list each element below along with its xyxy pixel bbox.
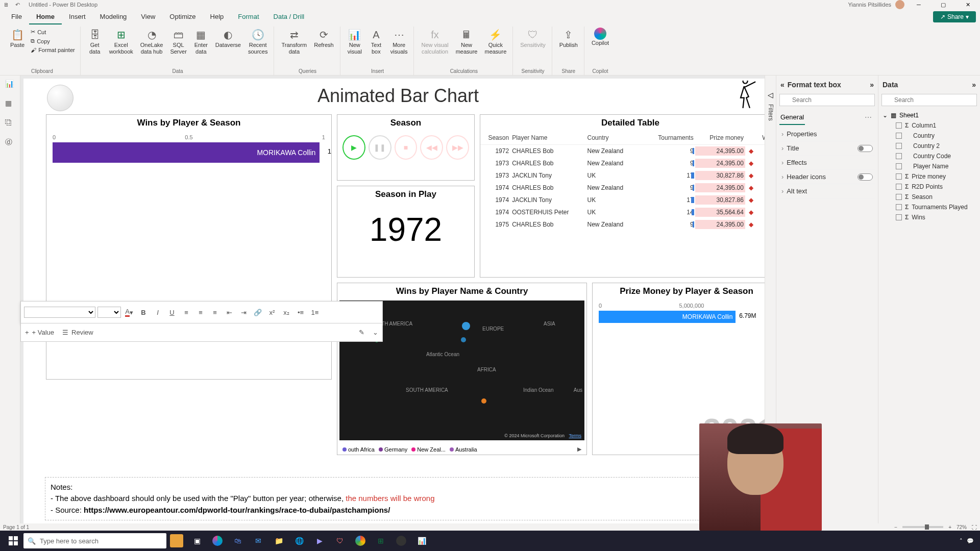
excel-button[interactable]: ⊞Excel workbook — [106, 27, 136, 56]
get-data-button[interactable]: 🗄Get data — [85, 27, 105, 56]
field-item[interactable]: ΣSeason — [881, 192, 977, 202]
review-button[interactable]: ☰Review — [62, 329, 93, 336]
taskbar-app[interactable]: 🛡 — [330, 531, 350, 551]
format-painter-button[interactable]: 🖌Format painter — [29, 46, 77, 54]
tray-chevron-icon[interactable]: ˄ — [960, 538, 963, 544]
superscript-button[interactable]: x² — [266, 306, 278, 318]
data-search-input[interactable] — [881, 94, 977, 106]
format-card[interactable]: ›Header icons — [779, 170, 875, 184]
more-visuals-button[interactable]: ⋯More visuals — [387, 27, 411, 56]
indent-decrease-button[interactable]: ⇤ — [223, 306, 235, 318]
share-button[interactable]: ↗ Share ▾ — [933, 11, 976, 22]
checkbox[interactable] — [896, 194, 902, 200]
stop-button[interactable]: ■ — [395, 135, 418, 160]
next-button[interactable]: ▶▶ — [446, 135, 469, 160]
maximize-icon[interactable]: ▢ — [933, 1, 953, 9]
refresh-button[interactable]: ⟳Refresh — [311, 27, 337, 49]
taskbar-app[interactable] — [350, 531, 371, 551]
font-color-button[interactable]: A▾ — [123, 306, 135, 318]
format-card[interactable]: ›Properties — [779, 127, 875, 141]
play-button[interactable]: ▶ — [342, 135, 365, 160]
font-size-select[interactable] — [97, 307, 121, 318]
taskbar-app[interactable]: ⊞ — [371, 531, 391, 551]
start-button[interactable] — [3, 531, 23, 551]
onelake-button[interactable]: ◔OneLake data hub — [137, 27, 166, 56]
taskbar-app[interactable]: ✉ — [248, 531, 268, 551]
paste-button[interactable]: 📋Paste — [7, 27, 28, 49]
table-row[interactable]: 1973CHARLES BobNew Zealand924,395.00◆1 — [480, 157, 776, 169]
user-name[interactable]: Yiannis Pitsillides — [848, 2, 891, 8]
legend-scroll-icon[interactable]: ▶ — [577, 446, 581, 453]
zoom-out-icon[interactable]: − — [894, 524, 897, 530]
field-item[interactable]: ΣColumn1 — [881, 120, 977, 131]
taskbar-search[interactable]: 🔍 Type here to search — [23, 533, 166, 548]
viz-season-card[interactable]: Season in Play 1972 — [337, 186, 475, 278]
taskbar-app[interactable]: ▣ — [187, 531, 207, 551]
new-visual-button[interactable]: 📊New visual — [345, 27, 365, 56]
bullet-list-button[interactable]: •≡ — [295, 306, 307, 318]
chevron-down-icon[interactable]: ⌄ — [373, 329, 378, 336]
zoom-slider[interactable] — [902, 526, 943, 528]
align-right-button[interactable]: ≡ — [209, 306, 221, 318]
tab-file[interactable]: File — [4, 10, 29, 24]
text-format-toolbar[interactable]: A▾ B I U ≡ ≡ ≡ ⇤ ⇥ 🔗 x² x₂ •≡ 1≡ — [20, 301, 383, 323]
checkbox[interactable] — [896, 184, 902, 190]
report-view-icon[interactable]: 📊 — [5, 80, 15, 90]
zoom-in-icon[interactable]: + — [948, 524, 951, 530]
general-tab[interactable]: General — [779, 110, 805, 125]
link-button[interactable]: 🔗 — [252, 306, 264, 318]
more-icon[interactable]: ⋯ — [862, 110, 875, 124]
table-row[interactable]: 1974CHARLES BobNew Zealand924,395.00◆1 — [480, 182, 776, 194]
taskbar-app[interactable] — [207, 531, 228, 551]
pause-button[interactable]: ❚❚ — [369, 135, 391, 160]
bold-button[interactable]: B — [137, 306, 150, 318]
checkbox[interactable] — [896, 214, 902, 220]
checkbox[interactable] — [896, 204, 902, 210]
wand-icon[interactable]: ✎ — [359, 329, 364, 336]
underline-button[interactable]: U — [166, 306, 178, 318]
field-item[interactable]: Country 2 — [881, 141, 977, 151]
table-row[interactable]: 1972CHARLES BobNew Zealand924,395.00◆1 — [480, 145, 776, 157]
tab-view[interactable]: View — [134, 10, 162, 24]
format-search-input[interactable] — [779, 94, 875, 106]
taskbar-app[interactable] — [166, 531, 187, 551]
taskbar-app[interactable]: 🛍 — [228, 531, 248, 551]
publish-button[interactable]: ⇪Publish — [556, 27, 581, 49]
viz-table[interactable]: Detailed Table Season Player Name Countr… — [480, 114, 776, 278]
toggle[interactable] — [857, 145, 873, 152]
tab-format[interactable]: Format — [231, 10, 266, 24]
new-measure-button[interactable]: 🖩New measure — [453, 27, 481, 56]
table-row[interactable]: 1975CHARLES BobNew Zealand924,395.00◆1 — [480, 218, 776, 231]
checkbox[interactable] — [896, 163, 902, 169]
avatar[interactable] — [895, 0, 904, 9]
subscript-button[interactable]: x₂ — [280, 306, 292, 318]
field-item[interactable]: ΣR2D Points — [881, 182, 977, 192]
field-item[interactable]: ΣTournaments Played — [881, 202, 977, 212]
close-icon[interactable]: ✕ — [958, 1, 978, 9]
text-box-button[interactable]: AText box — [366, 27, 386, 56]
field-item[interactable]: Player Name — [881, 161, 977, 171]
field-item[interactable]: Country — [881, 131, 977, 141]
copilot-button[interactable]: Copilot — [589, 27, 612, 47]
copy-button[interactable]: ⧉Copy — [29, 37, 77, 45]
prev-button[interactable]: ◀◀ — [420, 135, 443, 160]
sql-button[interactable]: 🗃SQL Server — [167, 27, 189, 56]
table-view-icon[interactable]: ▦ — [5, 99, 15, 109]
notes-textbox[interactable]: Notes: - The above dashboard should only… — [45, 477, 768, 521]
expand-icon[interactable]: » — [870, 81, 874, 89]
format-card[interactable]: ›Alt text — [779, 184, 875, 198]
undo-icon[interactable]: ↶ — [13, 1, 21, 9]
dataverse-button[interactable]: ◐Dataverse — [212, 27, 244, 49]
format-card[interactable]: ›Title — [779, 141, 875, 156]
taskbar-app[interactable]: 📊 — [411, 531, 432, 551]
recent-sources-button[interactable]: 🕓Recent sources — [245, 27, 271, 56]
font-family-select[interactable] — [24, 307, 95, 318]
expand-icon[interactable]: » — [972, 81, 976, 89]
terms-link[interactable]: Terms — [569, 433, 582, 438]
viz-season-player[interactable]: Season ▶ ❚❚ ■ ◀◀ ▶▶ — [337, 114, 475, 181]
notification-icon[interactable]: 💬 — [967, 538, 974, 544]
field-item[interactable]: ΣPrize money — [881, 171, 977, 182]
table-row[interactable]: 1973JACKLIN TonyUK1730,827.86◆1 — [480, 169, 776, 182]
transform-button[interactable]: ⇄Transform data — [278, 27, 310, 56]
fit-icon[interactable]: ⛶ — [972, 524, 977, 530]
